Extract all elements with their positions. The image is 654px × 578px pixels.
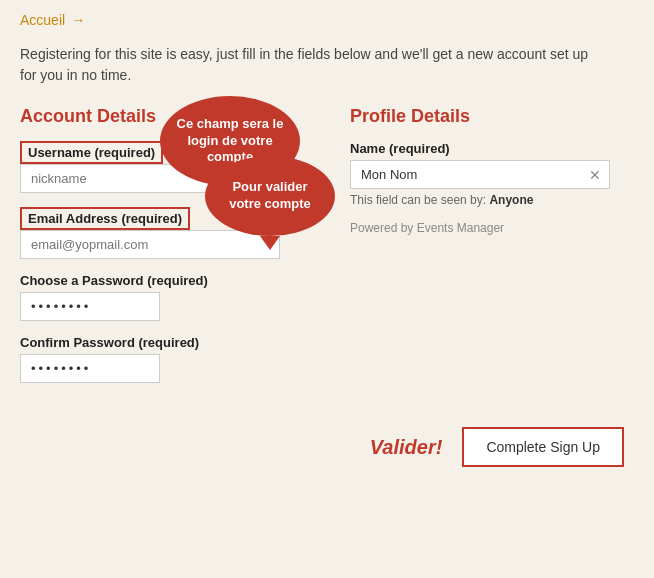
confirm-password-label: Confirm Password (required) [20,335,320,350]
left-column: Account Details Ce champ sera le login d… [20,106,320,397]
email-input[interactable] [20,230,280,259]
name-field-group: Name (required) ✕ This field can be seen… [350,141,634,207]
tooltip-valider-bubble: Pour valider votre compte [205,156,335,236]
name-input[interactable] [351,161,581,188]
powered-by-text: Powered by Events Manager [350,221,634,235]
complete-signup-button[interactable]: Complete Sign Up [462,427,624,467]
confirm-password-field-group: Confirm Password (required) [20,335,320,383]
form-columns: Account Details Ce champ sera le login d… [20,106,634,397]
breadcrumb-link[interactable]: Accueil [20,12,65,28]
field-visibility-text: This field can be seen by: Anyone [350,193,634,207]
password-label: Choose a Password (required) [20,273,320,288]
breadcrumb-arrow: → [71,12,85,28]
email-label: Email Address (required) [20,207,190,230]
confirm-password-input[interactable] [20,354,160,383]
right-column: Profile Details Name (required) ✕ This f… [350,106,634,235]
password-input[interactable] [20,292,160,321]
clear-name-button[interactable]: ✕ [581,168,609,182]
profile-details-title: Profile Details [350,106,634,127]
username-label: Username (required) [20,141,163,164]
breadcrumb: Accueil → [20,12,634,28]
footer-row: Valider! Complete Sign Up [20,427,634,467]
intro-text: Registering for this site is easy, just … [20,44,600,86]
valider-label: Valider! [370,436,443,459]
name-label: Name (required) [350,141,634,156]
name-input-wrapper: ✕ [350,160,610,189]
page-wrapper: Accueil → Registering for this site is e… [0,0,654,487]
password-field-group: Choose a Password (required) [20,273,320,321]
